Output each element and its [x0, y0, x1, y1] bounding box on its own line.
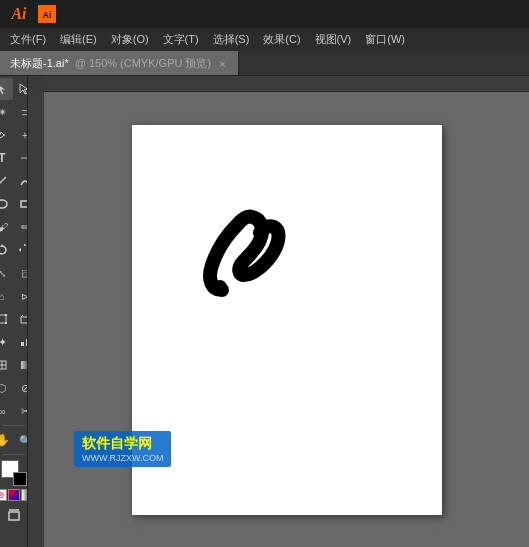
- workspace: ✴ ⊃ + T T: [0, 76, 529, 547]
- svg-rect-23: [21, 361, 28, 369]
- tool-row-paint: 🖌 ✏: [0, 216, 28, 238]
- tool-row-line: [0, 170, 28, 192]
- line-tool[interactable]: [0, 170, 13, 192]
- color-mode-row: ⊘: [0, 489, 28, 501]
- menu-edit[interactable]: 编辑(E): [54, 30, 103, 49]
- svg-text:Ai: Ai: [43, 10, 52, 20]
- tool-separator-2: [3, 454, 25, 455]
- add-anchor-tool[interactable]: +: [14, 124, 28, 146]
- tool-row-blend: ∞ ✂: [0, 400, 28, 422]
- svg-point-4: [3, 134, 5, 136]
- ruler-vertical: [28, 92, 44, 547]
- tool-row-rotate: [0, 239, 28, 261]
- tab-info: @ 150% (CMYK/GPU 预览): [75, 56, 211, 71]
- shear-tool[interactable]: ⌼: [14, 262, 28, 284]
- mesh-tool[interactable]: [0, 354, 13, 376]
- menu-type[interactable]: 文字(T): [157, 30, 205, 49]
- column-graph-tool[interactable]: [14, 331, 28, 353]
- svg-rect-12: [5, 314, 7, 316]
- tab-bar: 未标题-1.ai* @ 150% (CMYK/GPU 预览) ×: [0, 50, 529, 76]
- perspective-tool[interactable]: [14, 308, 28, 330]
- live-paint-tool[interactable]: ⬡: [0, 377, 13, 399]
- lasso-tool[interactable]: ⊃: [14, 101, 28, 123]
- tab-close-button[interactable]: ×: [217, 58, 227, 70]
- zoom-tool[interactable]: 🔍: [14, 429, 28, 451]
- ruler-horizontal: [44, 76, 529, 92]
- width-tool[interactable]: ⊳: [14, 285, 28, 307]
- menu-select[interactable]: 选择(S): [207, 30, 256, 49]
- artboard: [132, 125, 442, 515]
- color-swatches: [1, 460, 27, 486]
- title-bar: Ai Ai: [0, 0, 529, 28]
- menu-object[interactable]: 对象(O): [105, 30, 155, 49]
- tool-row-pen: +: [0, 124, 28, 146]
- svg-point-6: [0, 200, 7, 208]
- symbol-sprayer-tool[interactable]: ✦: [0, 331, 13, 353]
- arc-tool[interactable]: [14, 170, 28, 192]
- svg-marker-9: [19, 248, 21, 252]
- menu-file[interactable]: 文件(F): [4, 30, 52, 49]
- tool-row-symbol: ✦: [0, 331, 28, 353]
- ellipse-tool[interactable]: [0, 193, 13, 215]
- svg-line-5: [0, 177, 6, 185]
- warp-tool[interactable]: ⌂: [0, 285, 13, 307]
- app-container: Ai Ai 文件(F) 编辑(E) 对象(O) 文字(T) 选择(S) 效果(C…: [0, 0, 529, 547]
- window-icon: Ai: [38, 5, 56, 23]
- menu-view[interactable]: 视图(V): [309, 30, 358, 49]
- tool-row-selection: [0, 78, 28, 100]
- free-transform-tool[interactable]: [0, 308, 13, 330]
- tool-row-graph: [0, 308, 28, 330]
- canvas-side: 软件自学网 WWW.RJZXW.COM: [28, 76, 529, 547]
- screen-mode-tool[interactable]: [3, 504, 25, 526]
- canvas-area[interactable]: 软件自学网 WWW.RJZXW.COM: [44, 92, 529, 547]
- svg-rect-24: [9, 512, 19, 520]
- tool-row-type: T T: [0, 147, 28, 169]
- canvas-and-ruler: 软件自学网 WWW.RJZXW.COM: [28, 92, 529, 547]
- stroke-swatch[interactable]: [13, 472, 27, 486]
- svg-marker-2: [0, 84, 5, 94]
- vertical-type-tool[interactable]: T: [14, 147, 28, 169]
- ruler-corner: [28, 76, 44, 92]
- hand-tool[interactable]: ✋: [0, 429, 13, 451]
- paintbrush-tool[interactable]: 🖌: [0, 216, 13, 238]
- ruler-area: [28, 76, 529, 92]
- blend-tool[interactable]: ∞: [0, 400, 13, 422]
- tool-row-paintbucket: ⬡ ⊘: [0, 377, 28, 399]
- reflect-tool[interactable]: [14, 239, 28, 261]
- tool-row-magic: ✴ ⊃: [0, 101, 28, 123]
- color-btn[interactable]: [8, 489, 20, 501]
- svg-rect-18: [21, 342, 24, 346]
- selection-tool[interactable]: [0, 78, 13, 100]
- app-logo: Ai: [6, 5, 32, 23]
- direct-selection-tool[interactable]: [14, 78, 28, 100]
- none-swatch[interactable]: ⊘: [0, 489, 7, 501]
- eyedropper-tool[interactable]: ⊘: [14, 377, 28, 399]
- magic-wand-tool[interactable]: ✴: [0, 101, 13, 123]
- gradient-btn[interactable]: [21, 489, 29, 501]
- svg-rect-10: [0, 315, 6, 323]
- menu-bar: 文件(F) 编辑(E) 对象(O) 文字(T) 选择(S) 效果(C) 视图(V…: [0, 28, 529, 50]
- tool-row-warp: ⌂ ⊳: [0, 285, 28, 307]
- type-tool[interactable]: T: [0, 147, 13, 169]
- tool-separator: [3, 425, 25, 426]
- svg-point-28: [213, 280, 227, 294]
- rotate-tool[interactable]: [0, 239, 13, 261]
- svg-rect-7: [21, 201, 28, 207]
- scissors-tool[interactable]: ✂: [14, 400, 28, 422]
- toolbar: ✴ ⊃ + T T: [0, 76, 28, 547]
- menu-effect[interactable]: 效果(C): [257, 30, 306, 49]
- svg-rect-14: [5, 322, 7, 324]
- menu-window[interactable]: 窗口(W): [359, 30, 411, 49]
- artwork-letter: [192, 175, 312, 305]
- tab-title: 未标题-1.ai*: [10, 56, 69, 71]
- gradient-tool[interactable]: [14, 354, 28, 376]
- scale-tool[interactable]: ⤡: [0, 262, 13, 284]
- pencil-tool[interactable]: ✏: [14, 216, 28, 238]
- pen-tool[interactable]: [0, 124, 13, 146]
- rect-tool[interactable]: [14, 193, 28, 215]
- svg-rect-15: [21, 317, 28, 323]
- document-tab[interactable]: 未标题-1.ai* @ 150% (CMYK/GPU 预览) ×: [0, 51, 239, 75]
- tool-row-hand: ✋ 🔍: [0, 429, 28, 451]
- tool-row-mesh: [0, 354, 28, 376]
- screen-mode-row: [3, 504, 25, 526]
